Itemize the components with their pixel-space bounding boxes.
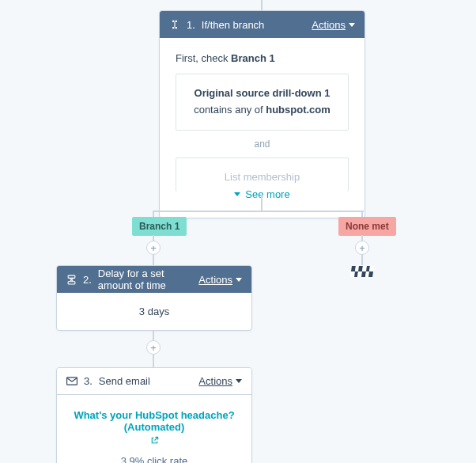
cond1-property: Original source drill-down 1 [195,87,331,99]
actions-dropdown[interactable]: Actions [198,375,242,387]
first-check-branch: Branch 1 [231,52,275,64]
step-number: 2. [83,274,92,286]
step-body: What's your HubSpot headache? (Automated… [57,395,251,463]
add-step-button[interactable]: + [146,340,161,355]
cond1-value: hubspot.com [266,104,331,116]
branch-label-none-met[interactable]: None met [338,217,396,236]
chevron-down-icon [349,23,355,27]
click-rate: 3.9% click rate [68,455,240,463]
step-title: Send email [99,375,150,387]
end-flag-icon [350,266,374,277]
clock-icon [66,275,77,285]
first-check: First, check Branch 1 [176,52,349,64]
actions-label: Actions [312,19,346,31]
step-send-email[interactable]: 3. Send email Actions What's your HubSpo… [56,367,252,463]
step-if-then-branch[interactable]: 1. If/then branch Actions First, check B… [159,10,365,218]
delay-value: 3 days [139,306,169,317]
branch-icon [169,19,180,30]
add-step-button[interactable]: + [146,241,161,255]
branch-label-branch1[interactable]: Branch 1 [132,217,187,236]
step-header: 1. If/then branch Actions [160,11,365,38]
mail-icon [66,377,77,385]
step-header: 3. Send email Actions [57,368,251,395]
step-body: 3 days [57,293,251,330]
actions-label: Actions [198,274,232,286]
email-link[interactable]: What's your HubSpot headache? (Automated… [68,409,240,447]
actions-dropdown[interactable]: Actions [198,274,242,286]
actions-dropdown[interactable]: Actions [312,19,355,31]
step-title: If/then branch [202,19,265,31]
svg-rect-0 [68,275,75,278]
cond2-label: List membership [225,171,300,183]
chevron-down-icon [236,278,242,282]
step-header: 2. Delay for a set amount of time Action… [57,266,251,293]
cond1-op: contains any of [194,104,266,116]
condition-1[interactable]: Original source drill-down 1 contains an… [176,74,349,131]
connector [261,195,263,211]
step-title: Delay for a set amount of time [98,268,199,291]
chevron-down-icon [236,379,242,383]
step-body: First, check Branch 1 Original source dr… [160,38,365,218]
and-separator: and [176,131,349,157]
connector [153,211,364,212]
email-name: What's your HubSpot headache? (Automated… [68,409,240,433]
step-number: 1. [187,19,195,31]
add-step-button[interactable]: + [355,241,369,255]
workflow-canvas: 1. If/then branch Actions First, check B… [0,0,476,463]
chevron-down-icon [234,192,240,196]
external-link-icon [150,436,159,447]
step-number: 3. [84,375,93,387]
actions-label: Actions [198,375,232,387]
connector [261,0,263,10]
first-check-prefix: First, check [176,52,231,64]
step-delay[interactable]: 2. Delay for a set amount of time Action… [56,265,252,331]
see-more-label: See more [245,188,289,200]
svg-rect-1 [68,281,75,283]
